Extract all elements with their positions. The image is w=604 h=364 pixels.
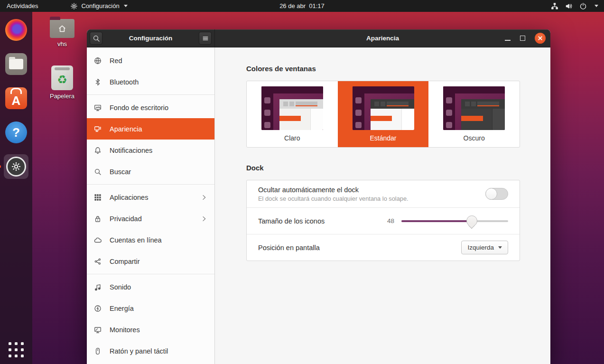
app-menu-button[interactable]: Configuración: [66, 0, 131, 12]
activities-button[interactable]: Actividades: [0, 0, 45, 12]
position-label: Posición en pantalla: [258, 244, 461, 252]
desktop-icon-papelera[interactable]: ♻ Papelera: [45, 65, 79, 100]
bluetooth-icon: [94, 78, 102, 86]
wallpaper-icon: [94, 104, 102, 112]
sidebar-item-monitores[interactable]: Monitores: [87, 319, 214, 340]
search-icon: [94, 168, 102, 176]
dock-item-firefox[interactable]: [4, 18, 28, 42]
window-colors-card: Claro Estándar Oscuro: [246, 81, 520, 148]
theme-label: Estándar: [370, 134, 396, 142]
show-apps-icon[interactable]: [9, 342, 24, 357]
menu-caret-icon: [124, 5, 128, 7]
autohide-toggle[interactable]: [485, 188, 508, 200]
desktop-icon-vhs[interactable]: vhs: [45, 19, 79, 47]
search-icon: [93, 35, 100, 42]
theme-option-oscuro[interactable]: Oscuro: [428, 81, 520, 147]
trash-icon: ♻: [51, 65, 73, 90]
titlebar[interactable]: Configuración Apariencia: [87, 29, 550, 47]
theme-option-claro[interactable]: Claro: [247, 81, 338, 147]
desktop-icon-label: Papelera: [50, 93, 74, 100]
bell-icon: [94, 147, 102, 154]
section-heading-window-colors: Colores de ventanas: [246, 65, 550, 73]
sidebar-separator: [87, 184, 214, 185]
dock: A ?: [0, 12, 32, 364]
dock-item-settings[interactable]: [4, 154, 28, 179]
minimize-button[interactable]: [505, 40, 511, 41]
sidebar-item-apariencia[interactable]: Apariencia: [87, 118, 214, 140]
theme-label: Oscuro: [464, 134, 485, 142]
sidebar-item-energia[interactable]: Energía: [87, 298, 214, 319]
chevron-right-icon: [200, 194, 208, 201]
sidebar-item-fondo-de-escritorio[interactable]: Fondo de escritorio: [87, 97, 214, 118]
sidebar-item-label: Aplicaciones: [110, 194, 148, 201]
music-icon: [94, 283, 102, 291]
sidebar-item-compartir[interactable]: Compartir: [87, 251, 214, 272]
sidebar-item-red[interactable]: Red: [87, 50, 214, 71]
icon-size-label: Tamaño de los iconos: [258, 217, 387, 225]
sidebar-item-label: Monitores: [110, 326, 140, 334]
search-button[interactable]: [90, 32, 102, 45]
sidebar-item-buscar[interactable]: Buscar: [87, 161, 214, 182]
share-icon: [94, 258, 102, 265]
position-dropdown[interactable]: Izquierda: [461, 241, 508, 254]
icon-size-slider[interactable]: [401, 215, 508, 227]
sidebar-item-label: Cuentas en línea: [110, 236, 162, 244]
firefox-icon: [5, 19, 27, 41]
help-icon: ?: [5, 121, 27, 143]
energy-icon: [94, 305, 102, 312]
apps-icon: [94, 194, 102, 201]
system-status-area[interactable]: [551, 0, 604, 12]
close-button[interactable]: [535, 33, 546, 44]
sidebar-separator: [87, 94, 214, 95]
sidebar-item-label: Sonido: [110, 283, 131, 291]
recycle-glyph: ♻: [57, 73, 67, 86]
volume-icon: [565, 2, 573, 10]
activities-label: Actividades: [7, 2, 38, 9]
files-icon: [5, 53, 27, 75]
appearance-icon: [94, 125, 102, 133]
globe-icon: [94, 57, 102, 65]
sidebar-item-label: Buscar: [110, 168, 131, 176]
icon-size-value: 48: [387, 217, 394, 224]
sidebar-title: Configuración: [102, 35, 199, 42]
desktop-icon-label: vhs: [57, 40, 67, 47]
dock-item-files[interactable]: [4, 52, 28, 76]
sidebar-item-aplicaciones[interactable]: Aplicaciones: [87, 187, 214, 208]
position-row: Posición en pantalla Izquierda: [247, 234, 520, 261]
dock-item-help[interactable]: ?: [4, 120, 28, 145]
chevron-down-icon: [498, 246, 502, 249]
chevron-down-icon: [595, 5, 598, 7]
settings-gear-icon: [6, 157, 26, 177]
sidebar-item-notificaciones[interactable]: Notificaciones: [87, 140, 214, 161]
appearance-panel: Colores de ventanas Claro Estándar: [215, 47, 550, 364]
sidebar-item-sonido[interactable]: Sonido: [87, 276, 214, 298]
sidebar-item-privacidad[interactable]: Privacidad: [87, 208, 214, 229]
section-heading-dock: Dock: [246, 164, 550, 172]
theme-label: Claro: [284, 134, 300, 142]
lock-icon: [94, 215, 102, 223]
position-value: Izquierda: [467, 244, 494, 251]
app-menu-label: Configuración: [81, 2, 119, 9]
sidebar-item-bluetooth[interactable]: Bluetooth: [87, 71, 214, 93]
settings-window: Configuración Apariencia RedBluetoothFon…: [87, 29, 550, 364]
sidebar-item-raton-y-panel-tactil[interactable]: Ratón y panel táctil: [87, 340, 214, 362]
sidebar-item-label: Bluetooth: [110, 78, 139, 86]
sidebar-item-combinaciones-de-teclas[interactable]: Combinaciones de teclas: [87, 362, 214, 364]
dock-item-ubuntu-software[interactable]: A: [4, 86, 28, 111]
sidebar-item-cuentas-en-linea[interactable]: Cuentas en línea: [87, 229, 214, 251]
sidebar-separator: [87, 274, 214, 274]
dock-settings-card: Ocultar automáticamente el dock El dock …: [246, 180, 520, 261]
main-header: Apariencia: [215, 29, 550, 47]
toggle-knob: [485, 188, 497, 200]
sidebar-item-label: Energía: [110, 305, 134, 312]
sidebar-item-label: Red: [110, 57, 122, 65]
autohide-title: Ocultar automáticamente el dock: [258, 186, 485, 194]
panel-title: Apariencia: [215, 35, 550, 42]
theme-preview-dark: [443, 86, 505, 130]
autohide-subtitle: El dock se ocultará cuando cualquier ven…: [258, 195, 485, 202]
theme-option-estandar[interactable]: Estándar: [338, 81, 429, 147]
slider-handle[interactable]: [466, 215, 477, 226]
theme-preview-light: [261, 86, 323, 130]
maximize-button[interactable]: [520, 36, 525, 41]
hamburger-menu-button[interactable]: [199, 32, 212, 45]
